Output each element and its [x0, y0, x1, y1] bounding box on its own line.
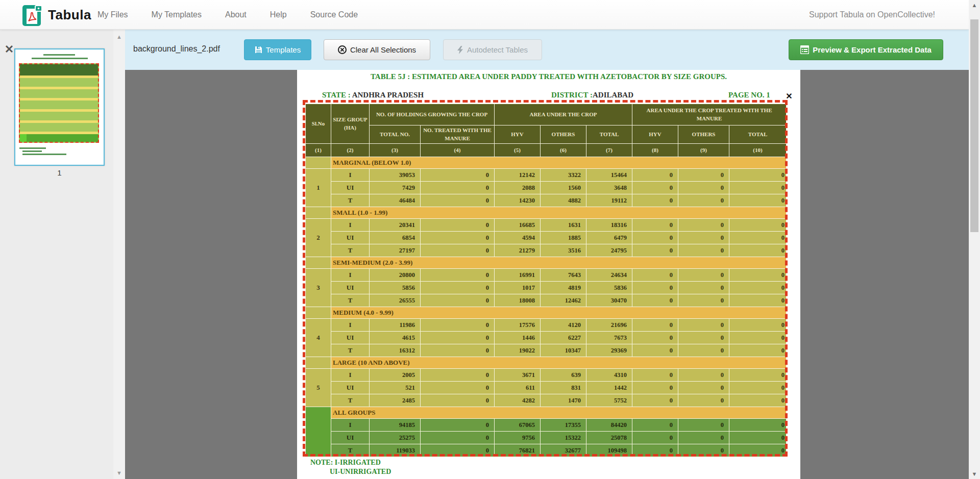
export-button-label: Preview & Export Extracted Data [813, 45, 932, 54]
doc-page-no: PAGE NO. 1 [728, 91, 770, 99]
doc-note-line2: UI-UNIRRIGATED [330, 468, 391, 476]
clear-all-selections-button[interactable]: Clear All Selections [324, 39, 430, 60]
page-thumbnail[interactable] [14, 48, 105, 166]
thumbnail-note-line [19, 147, 46, 149]
tabula-logo-icon [22, 4, 43, 26]
pdf-page[interactable]: TABLE 5J : ESTIMATED AREA UNDER PADDY TR… [297, 70, 800, 479]
doc-title: TABLE 5J : ESTIMATED AREA UNDER PADDY TR… [297, 72, 800, 81]
sidebar-scroll-down-icon[interactable]: ▼ [113, 469, 125, 477]
templates-button-label: Templates [266, 45, 301, 54]
brand-title: Tabula [48, 7, 91, 23]
autodetect-button-label: Autodetect Tables [467, 45, 528, 54]
templates-button[interactable]: Templates [244, 39, 311, 60]
clear-button-label: Clear All Selections [350, 45, 416, 54]
doc-district: DISTRICT :ADILABAD [551, 91, 633, 99]
scroll-down-arrow-icon[interactable]: ▼ [969, 470, 980, 478]
scrollbar-thumb[interactable] [970, 19, 978, 232]
filename-label: background_lines_2.pdf [133, 44, 220, 54]
page-number-label: 1 [14, 168, 105, 177]
lightning-bolt-icon [457, 46, 463, 54]
thumbnail-note-line [22, 150, 42, 152]
brand-link[interactable]: Tabula [22, 4, 91, 26]
doc-note-line1: NOTE: I-IRRIGATED [310, 459, 381, 467]
nav-item-help[interactable]: Help [258, 10, 299, 19]
page-sidebar: ▲ ▼ ✕ 1 [0, 30, 125, 479]
state-value: ANDHRA PRADESH [352, 91, 424, 99]
state-label: STATE : [322, 91, 351, 99]
window-scrollbar[interactable]: ▲ ▼ [969, 0, 980, 479]
toolbar: background_lines_2.pdf Templates Clear A… [125, 30, 969, 70]
clear-circle-x-icon [338, 45, 347, 54]
doc-state: STATE : ANDHRA PRADESH [322, 91, 424, 99]
thumbnail-selection-preview [19, 63, 99, 143]
nav-menu: My Files My Templates About Help Source … [86, 0, 370, 30]
navbar: Tabula My Files My Templates About Help … [0, 0, 969, 30]
support-link[interactable]: Support Tabula on OpenCollective! [809, 0, 935, 30]
district-label: DISTRICT : [551, 91, 593, 99]
thumbnail-title-line [32, 58, 88, 59]
nav-item-my-files[interactable]: My Files [86, 10, 140, 19]
district-value: ADILABAD [593, 91, 633, 99]
table-selection-box[interactable] [303, 100, 788, 457]
autodetect-tables-button[interactable]: Autodetect Tables [443, 39, 542, 60]
table-list-icon [800, 45, 809, 54]
main-viewport: TABLE 5J : ESTIMATED AREA UNDER PADDY TR… [125, 70, 969, 479]
sidebar-scrollbar[interactable] [113, 30, 125, 479]
scroll-up-arrow-icon[interactable]: ▲ [969, 1, 980, 9]
nav-item-my-templates[interactable]: My Templates [140, 10, 213, 19]
thumbnail-title-line [43, 54, 75, 56]
save-icon [255, 46, 262, 54]
sidebar-scroll-up-icon[interactable]: ▲ [113, 33, 125, 41]
thumbnail-note-line [22, 154, 66, 155]
nav-item-about[interactable]: About [213, 10, 258, 19]
nav-item-source-code[interactable]: Source Code [299, 10, 370, 19]
preview-export-button[interactable]: Preview & Export Extracted Data [789, 39, 943, 60]
